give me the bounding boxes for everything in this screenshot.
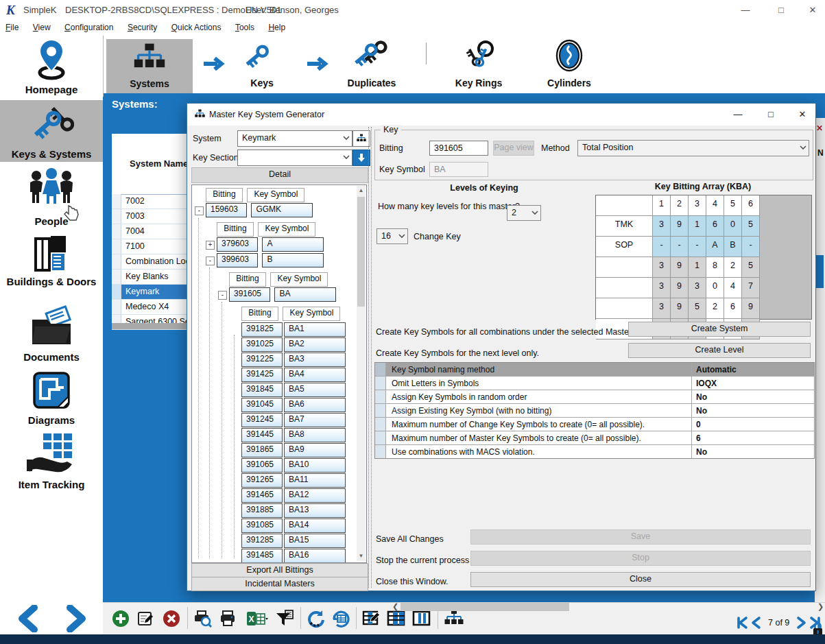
change-bitting[interactable]: 391865: [241, 443, 283, 457]
change-bitting[interactable]: 391285: [241, 534, 283, 548]
option-row[interactable]: Assign Existing Key Symbol (with no bitt…: [375, 404, 814, 418]
tree-change-row[interactable]: 391225BA3: [241, 353, 347, 368]
sidebar-item-buildings-doors[interactable]: Buildings & Doors: [0, 232, 103, 302]
filter-button[interactable]: [274, 608, 296, 630]
tree-change-row[interactable]: 391265BA11: [241, 473, 347, 488]
tree-submaster-row[interactable]: 391605 BA: [229, 287, 337, 302]
master-symbol[interactable]: B: [262, 253, 324, 267]
sidebar-item-documents[interactable]: Documents: [0, 305, 103, 368]
detail-button[interactable]: Detail: [191, 167, 368, 183]
option-value[interactable]: No: [692, 445, 814, 458]
menu-tools[interactable]: Tools: [235, 23, 254, 32]
row-selector[interactable]: [112, 254, 121, 269]
row-selector[interactable]: [112, 285, 121, 299]
master-symbol[interactable]: A: [262, 237, 324, 252]
option-value[interactable]: No: [692, 404, 814, 417]
tree-change-row[interactable]: 391825BA1: [241, 322, 347, 337]
row-selector[interactable]: [112, 209, 121, 224]
submaster-symbol[interactable]: BA: [274, 287, 336, 302]
edit-button[interactable]: [135, 608, 157, 630]
change-symbol[interactable]: BA12: [284, 488, 346, 503]
option-row[interactable]: Assign Key Symbols in random orderNo: [375, 390, 814, 404]
option-value[interactable]: No: [692, 390, 814, 403]
change-symbol[interactable]: BA9: [284, 443, 346, 457]
close-dialog-button[interactable]: Close: [470, 572, 811, 587]
change-bitting[interactable]: 391225: [241, 353, 283, 367]
reset-view-button[interactable]: [330, 608, 352, 630]
tree-master-row[interactable]: 399603 B: [217, 253, 325, 268]
change-symbol[interactable]: BA7: [284, 413, 346, 427]
tree-expand-toggle[interactable]: +: [206, 241, 215, 250]
menu-quick-actions[interactable]: Quick Actions: [171, 23, 222, 32]
scroll-up-icon[interactable]: ▲: [357, 186, 366, 195]
hscroll-left-icon[interactable]: ❮: [392, 602, 398, 611]
change-bitting[interactable]: 391265: [241, 473, 283, 488]
ribbon-systems[interactable]: Systems: [106, 39, 193, 93]
change-bitting[interactable]: 391065: [241, 458, 283, 473]
tree-expand-toggle[interactable]: -: [195, 206, 204, 215]
sidebar-item-item-tracking[interactable]: Item Tracking: [0, 432, 103, 498]
refresh-button[interactable]: [304, 608, 326, 630]
change-bitting[interactable]: 391445: [241, 428, 283, 442]
change-symbol[interactable]: BA3: [284, 353, 346, 367]
change-bitting[interactable]: 391025: [241, 337, 283, 352]
sidebar-item-diagrams[interactable]: Diagrams: [0, 369, 103, 431]
tree-change-row[interactable]: 391245BA7: [241, 413, 347, 428]
ribbon-cylinders[interactable]: Cylinders: [536, 39, 602, 93]
row-selector[interactable]: [112, 300, 121, 314]
sidebar-item-keys-systems[interactable]: Keys & Systems: [0, 100, 103, 162]
change-symbol[interactable]: BA1: [284, 322, 346, 337]
tree-scrollbar[interactable]: ▲ ▼: [357, 186, 366, 561]
master-bitting[interactable]: 399603: [217, 253, 258, 267]
tree-change-row[interactable]: 391085BA14: [241, 518, 347, 534]
change-count-combo[interactable]: 16: [376, 228, 408, 244]
root-symbol[interactable]: GGMK: [251, 203, 313, 217]
print-preview-button[interactable]: [192, 608, 214, 630]
tree-change-row[interactable]: 391845BA5: [241, 383, 347, 398]
tree-change-row[interactable]: 391445BA8: [241, 428, 347, 443]
row-selector[interactable]: [112, 224, 121, 239]
tree-change-row[interactable]: 391065BA10: [241, 458, 347, 473]
dialog-close-button[interactable]: ✕: [792, 107, 813, 122]
tree-change-row[interactable]: 391425BA4: [241, 368, 347, 383]
edit-columns-button[interactable]: [360, 608, 382, 630]
minimize-button[interactable]: —: [735, 3, 756, 18]
change-symbol[interactable]: BA2: [284, 337, 346, 352]
method-combo[interactable]: Total Position: [577, 140, 809, 156]
change-symbol[interactable]: BA13: [284, 503, 346, 518]
option-row[interactable]: Maximum number of Master Key Symbols to …: [375, 431, 814, 445]
ribbon-keys[interactable]: Keys: [228, 39, 296, 93]
tree-root-row[interactable]: 159603 GGMK: [206, 203, 314, 218]
sidebar-item-people[interactable]: People: [0, 167, 103, 230]
nav-back-icon[interactable]: [14, 605, 44, 632]
tree-change-row[interactable]: 391885BA13: [241, 503, 347, 518]
tree-change-row[interactable]: 391465BA12: [241, 488, 347, 503]
previous-page-icon[interactable]: [749, 615, 764, 630]
nav-forward-icon[interactable]: [60, 605, 91, 632]
option-value[interactable]: 0: [692, 418, 814, 431]
change-symbol[interactable]: BA5: [284, 383, 346, 397]
change-symbol[interactable]: BA6: [284, 398, 346, 412]
change-bitting[interactable]: 391885: [241, 503, 283, 518]
submaster-bitting[interactable]: 391605: [229, 287, 270, 302]
pane-splitter[interactable]: [368, 127, 372, 588]
hscroll-thumb[interactable]: [400, 603, 569, 611]
menu-file[interactable]: File: [5, 23, 19, 32]
bitting-field[interactable]: 391605: [429, 141, 488, 156]
row-selector[interactable]: [112, 239, 121, 254]
menu-help[interactable]: Help: [268, 23, 285, 32]
root-bitting[interactable]: 159603: [206, 203, 247, 217]
option-value[interactable]: 6: [692, 431, 814, 444]
key-section-combo[interactable]: [237, 150, 352, 166]
change-bitting[interactable]: 391465: [241, 488, 283, 503]
delete-button[interactable]: [160, 608, 182, 630]
ribbon-key-rings[interactable]: Key Rings: [440, 39, 517, 93]
ribbon-duplicates[interactable]: Duplicates: [331, 39, 413, 93]
scrollbar-thumb[interactable]: [357, 197, 365, 307]
add-button[interactable]: [110, 608, 132, 630]
print-button[interactable]: [217, 608, 239, 630]
create-system-button[interactable]: Create System: [628, 322, 811, 337]
row-selector[interactable]: [112, 270, 121, 284]
change-bitting[interactable]: 391045: [241, 398, 283, 412]
change-symbol[interactable]: BA14: [284, 518, 346, 533]
